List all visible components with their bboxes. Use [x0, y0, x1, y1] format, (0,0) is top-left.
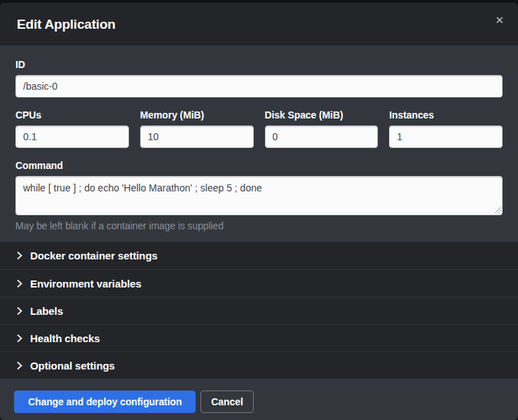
modal-title: Edit Application [17, 17, 116, 32]
instances-input[interactable] [389, 126, 503, 148]
cpus-input[interactable] [15, 126, 129, 148]
cancel-button[interactable]: Cancel [200, 391, 253, 413]
resource-fields-row: CPUs Memory (MiB) Disk Space (MiB) Insta… [15, 109, 503, 148]
disk-space-input[interactable] [265, 126, 379, 148]
section-optional-settings[interactable]: Optional settings [0, 351, 518, 379]
disk-space-field-group: Disk Space (MiB) [265, 109, 379, 148]
section-label: Health checks [30, 332, 100, 344]
disk-space-label: Disk Space (MiB) [265, 109, 379, 121]
memory-label: Memory (MiB) [140, 109, 254, 121]
instances-field-group: Instances [389, 109, 503, 148]
close-icon[interactable]: ✕ [491, 12, 508, 28]
command-field-group: Command while [ true ] ; do echo 'Hello … [15, 160, 503, 231]
command-label: Command [15, 160, 503, 171]
chevron-right-icon [16, 361, 22, 370]
section-labels[interactable]: Labels [0, 297, 518, 324]
collapsible-sections: Docker container settings Environment va… [0, 242, 518, 379]
section-label: Optional settings [30, 360, 115, 372]
id-field-group: ID [15, 59, 503, 97]
chevron-right-icon [16, 279, 22, 288]
cpus-label: CPUs [15, 109, 129, 121]
section-label: Docker container settings [30, 250, 158, 262]
section-label: Environment variables [30, 278, 142, 290]
section-health-checks[interactable]: Health checks [0, 324, 518, 351]
memory-input[interactable] [140, 126, 254, 148]
cpus-field-group: CPUs [15, 109, 129, 148]
modal-header: Edit Application ✕ [0, 3, 518, 46]
section-docker-container-settings[interactable]: Docker container settings [0, 242, 518, 269]
modal-footer: Change and deploy configuration Cancel [0, 379, 518, 420]
chevron-right-icon [16, 306, 22, 316]
command-textarea[interactable]: while [ true ] ; do echo 'Hello Marathon… [15, 176, 503, 215]
section-label: Labels [30, 305, 63, 317]
edit-application-modal: Edit Application ✕ ID CPUs Memory (MiB) … [0, 3, 518, 420]
memory-field-group: Memory (MiB) [140, 109, 254, 148]
page-background: Edit Application ✕ ID CPUs Memory (MiB) … [0, 0, 518, 420]
application-form: ID CPUs Memory (MiB) Disk Space (MiB) In [0, 46, 518, 242]
chevron-right-icon [16, 334, 22, 343]
id-label: ID [15, 59, 503, 70]
command-help-text: May be left blank if a container image i… [15, 220, 503, 231]
chevron-right-icon [16, 251, 22, 260]
resize-handle-icon[interactable] [494, 206, 501, 213]
id-input[interactable] [15, 75, 503, 97]
change-and-deploy-button[interactable]: Change and deploy configuration [14, 391, 196, 413]
instances-label: Instances [389, 109, 503, 121]
section-environment-variables[interactable]: Environment variables [0, 269, 518, 297]
